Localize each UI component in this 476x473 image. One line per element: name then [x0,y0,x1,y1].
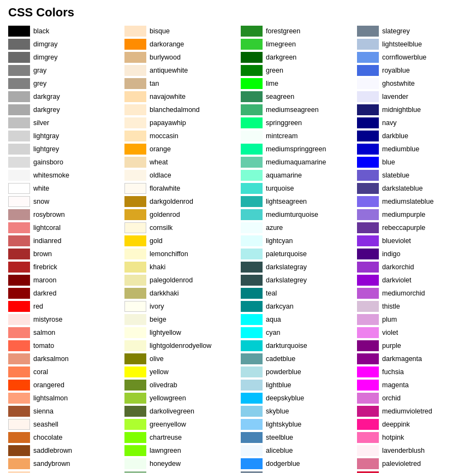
color-name-label: saddlebrown [33,447,72,454]
color-item: bisque [124,25,235,37]
color-swatch [241,262,263,273]
color-name-label: dimgrey [33,54,57,61]
color-swatch [8,458,30,469]
color-swatch [241,393,263,404]
color-swatch [241,275,263,286]
color-name-label: sienna [33,407,53,415]
color-item: goldenrod [124,209,235,221]
color-item: navajowhite [124,91,235,103]
color-item: turquoise [241,182,352,194]
color-name-label: mediumseagreen [266,106,319,114]
color-swatch [124,235,146,246]
color-item: crimson [357,471,468,473]
color-item: slategrey [357,25,468,37]
color-item: lightskyblue [241,418,352,430]
color-swatch [8,314,30,325]
color-name-label: darkorchid [382,263,414,271]
color-name-label: lime [266,80,278,87]
color-item: steelblue [241,431,352,444]
color-name-label: darkkhaki [150,289,179,297]
color-item: cornflowerblue [357,51,468,63]
color-name-label: darkmagenta [382,355,422,363]
color-swatch [124,445,146,456]
color-name-label: tan [150,80,159,87]
color-item: darkorchid [357,261,468,273]
color-swatch [124,275,146,286]
color-swatch [241,406,263,417]
color-item: deepskyblue [241,392,352,404]
color-swatch [8,393,30,404]
color-name-label: aquamarine [266,172,302,179]
color-swatch [241,157,263,168]
color-name-label: steelblue [266,434,293,441]
color-swatch [124,183,146,194]
color-item: gray [8,64,119,76]
color-swatch [241,327,263,338]
color-swatch [8,445,30,456]
color-item: mediumorchid [357,287,468,299]
color-item: lemonchiffon [124,248,235,260]
color-swatch [241,209,263,220]
color-name-label: lightblue [266,381,291,389]
color-swatch [8,406,30,417]
color-swatch [241,249,263,259]
color-swatch [124,222,146,233]
color-item: hotpink [357,431,468,444]
color-item: mistyrose [8,314,119,326]
color-item: moccasin [124,130,235,142]
color-swatch [8,432,30,443]
color-name-label: darkgrey [33,106,60,114]
color-item: sandybrown [8,458,119,470]
color-swatch [124,380,146,391]
color-swatch [241,380,263,391]
color-name-label: blue [382,158,395,166]
color-swatch [357,314,379,325]
color-name-label: thistle [382,303,400,310]
color-item: darkturquoise [241,340,352,352]
color-name-label: rebeccapurple [382,224,425,232]
color-swatch [8,262,30,273]
color-name-label: violet [382,329,398,336]
color-item: oldlace [124,169,235,181]
color-item: powderblue [241,366,352,378]
color-item: darkcyan [241,300,352,312]
color-item: darkgoldenrod [124,196,235,208]
color-item: lightslategray [241,471,352,473]
color-name-label: floralwhite [150,185,180,192]
color-name-label: burlywood [150,54,181,61]
color-swatch [124,117,146,128]
color-item: honeydew [124,458,235,470]
color-name-label: darkgreen [266,54,296,61]
color-name-label: black [33,27,49,35]
color-name-label: oldlace [150,172,171,179]
color-swatch [357,235,379,246]
color-swatch [8,157,30,168]
color-item: antiquewhite [124,64,235,76]
color-name-label: powderblue [266,368,301,376]
color-item: tan [124,78,235,90]
color-name-label: skyblue [266,407,289,415]
color-item: dimgray [8,38,119,50]
color-name-label: silver [33,119,49,127]
color-swatch [357,209,379,220]
color-name-label: mediumspringgreen [266,145,326,153]
color-swatch [357,91,379,102]
color-swatch [8,131,30,141]
color-swatch [241,366,263,377]
color-item: plum [357,314,468,326]
color-name-label: azure [266,224,283,232]
color-swatch [8,91,30,102]
color-item: mediumturquoise [241,209,352,221]
color-swatch [357,275,379,286]
color-item: limegreen [241,38,352,50]
color-swatch [241,419,263,430]
color-name-label: lavender [382,93,408,100]
color-name-label: purple [382,342,401,350]
color-item: darksalmon [8,353,119,365]
color-name-label: brown [33,250,52,258]
color-item: papayawhip [124,117,235,129]
color-item: snow [8,196,119,208]
color-name-label: navy [382,119,396,127]
color-item: salmon [8,327,119,339]
color-swatch [8,275,30,286]
